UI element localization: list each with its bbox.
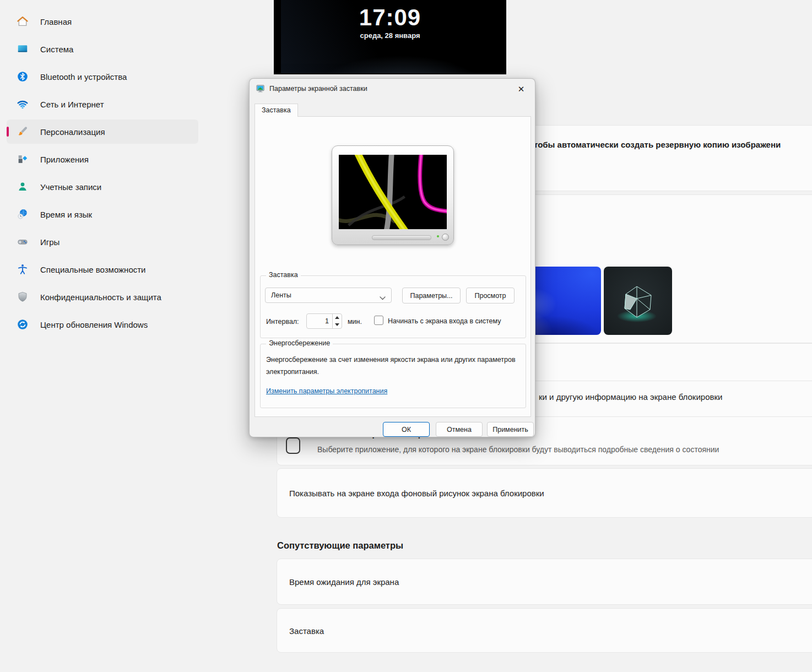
sidebar-item-accessibility[interactable]: Специальные возможности bbox=[7, 257, 198, 281]
login-background-row[interactable]: Показывать на экране входа фоновый рисун… bbox=[277, 468, 812, 518]
monitor-bezel-button bbox=[372, 235, 431, 240]
lock-screen-wallpaper: 17:09 среда, 28 января bbox=[281, 0, 499, 73]
network-icon bbox=[17, 98, 29, 110]
screensaver-group-legend: Заставка bbox=[266, 271, 301, 279]
active-indicator bbox=[7, 127, 9, 137]
cancel-button[interactable]: Отмена bbox=[436, 422, 483, 437]
sidebar-item-label: Персонализация bbox=[40, 127, 105, 137]
dialog-titlebar[interactable]: Параметры экранной заставки ✕ bbox=[250, 79, 535, 99]
sidebar-item-label: Специальные возможности bbox=[40, 265, 146, 274]
backup-banner-text: тобы автоматически создать резервную коп… bbox=[534, 140, 781, 149]
dialog-tab-page: Заставка Ленты Параметры... Просмотр Инт… bbox=[255, 116, 531, 417]
system-icon bbox=[17, 43, 29, 55]
screen-timeout-label: Время ожидания для экрана bbox=[289, 577, 399, 587]
screen-timeout-row[interactable]: Время ожидания для экрана bbox=[277, 559, 812, 605]
spinner-up-button[interactable] bbox=[333, 314, 342, 321]
close-icon[interactable]: ✕ bbox=[513, 82, 529, 96]
sidebar-item-apps[interactable]: Приложения bbox=[7, 147, 198, 171]
screensaver-groupbox: Заставка Ленты Параметры... Просмотр Инт… bbox=[260, 275, 526, 338]
login-background-label: Показывать на экране входа фоновый рисун… bbox=[289, 489, 544, 498]
sidebar-item-label: Система bbox=[40, 45, 73, 54]
spinner-down-button[interactable] bbox=[333, 321, 342, 328]
sidebar-item-network[interactable]: Сеть и Интернет bbox=[7, 92, 198, 116]
power-settings-link[interactable]: Изменить параметры электропитания bbox=[266, 387, 387, 395]
personalization-icon bbox=[17, 126, 29, 138]
triangle-up-icon bbox=[335, 316, 339, 319]
sidebar-item-label: Время и язык bbox=[40, 210, 92, 219]
logon-screen-checkbox-label: Начинать с экрана входа в систему bbox=[388, 317, 501, 325]
sidebar-item-time-language[interactable]: Время и язык bbox=[7, 202, 198, 226]
dialog-title: Параметры экранной заставки bbox=[269, 85, 367, 93]
sidebar-item-label: Учетные записи bbox=[40, 182, 101, 192]
energy-description: Энергосбережение за счет изменения яркос… bbox=[266, 354, 526, 378]
sidebar-item-gaming[interactable]: Игры bbox=[7, 230, 198, 254]
sidebar-item-label: Bluetooth и устройства bbox=[40, 72, 127, 82]
sidebar-item-accounts[interactable]: Учетные записи bbox=[7, 175, 198, 199]
lock-screen-preview: 17:09 среда, 28 января bbox=[274, 0, 506, 74]
logon-screen-checkbox[interactable] bbox=[374, 316, 383, 325]
apps-icon bbox=[17, 153, 29, 165]
energy-group-legend: Энергосбережение bbox=[266, 339, 333, 347]
gaming-icon bbox=[17, 236, 29, 248]
apply-button[interactable]: Применить bbox=[487, 422, 534, 437]
ribbons-preview bbox=[339, 155, 447, 229]
lock-status-app-icon bbox=[286, 437, 300, 454]
accessibility-icon bbox=[17, 263, 29, 275]
lock-status-row-description: Выберите приложение, для которого на экр… bbox=[317, 445, 719, 454]
lock-screen-time: 17:09 bbox=[281, 4, 499, 31]
home-icon bbox=[17, 15, 29, 28]
dialog-button-row: ОК Отмена Применить bbox=[250, 422, 535, 437]
interval-unit-label: мин. bbox=[348, 318, 362, 326]
sidebar-item-label: Конфиденциальность и защита bbox=[40, 292, 161, 302]
sidebar-item-bluetooth[interactable]: Bluetooth и устройства bbox=[7, 64, 198, 89]
tab-screensaver[interactable]: Заставка bbox=[255, 104, 298, 117]
lock-screen-date: среда, 28 января bbox=[281, 31, 499, 40]
screensaver-preview-button[interactable]: Просмотр bbox=[466, 288, 515, 304]
sidebar-item-home[interactable]: Главная bbox=[7, 9, 198, 34]
sidebar-item-label: Центр обновления Windows bbox=[40, 320, 148, 329]
interval-spinner[interactable]: 1 bbox=[306, 313, 342, 329]
sidebar-item-system[interactable]: Система bbox=[7, 37, 198, 61]
screensaver-settings-dialog: Параметры экранной заставки ✕ Заставка bbox=[249, 78, 535, 437]
chevron-down-icon bbox=[380, 294, 386, 302]
screensaver-label: Заставка bbox=[289, 626, 324, 635]
sidebar-item-privacy[interactable]: Конфиденциальность и защита bbox=[7, 285, 198, 309]
screensaver-row[interactable]: Заставка bbox=[277, 608, 812, 653]
ok-button[interactable]: ОК bbox=[383, 422, 430, 437]
privacy-icon bbox=[17, 291, 29, 303]
triangle-down-icon bbox=[335, 323, 339, 326]
screensaver-settings-button[interactable]: Параметры... bbox=[402, 288, 461, 304]
sidebar-item-label: Приложения bbox=[40, 155, 89, 164]
interval-label: Интервал: bbox=[266, 318, 299, 326]
sidebar-item-label: Сеть и Интернет bbox=[40, 100, 104, 109]
sidebar-item-label: Главная bbox=[40, 17, 72, 26]
interval-value[interactable]: 1 bbox=[307, 314, 332, 328]
sidebar-item-label: Игры bbox=[40, 237, 59, 247]
screensaver-select-value: Ленты bbox=[271, 291, 291, 299]
bluetooth-icon bbox=[17, 71, 29, 83]
sidebar-item-personalization[interactable]: Персонализация bbox=[7, 120, 198, 144]
monitor-power-knob bbox=[442, 234, 449, 241]
wallpaper-thumbnail-dark-polyhedron[interactable] bbox=[604, 267, 672, 335]
screensaver-select[interactable]: Ленты bbox=[265, 288, 392, 303]
windows-update-icon bbox=[17, 318, 29, 330]
lock-info-row-text: ки и другую информацию на экране блокиро… bbox=[539, 392, 722, 402]
monitor-power-led bbox=[437, 235, 439, 237]
related-settings-header: Сопутствующие параметры bbox=[277, 540, 403, 551]
time-language-icon bbox=[17, 208, 29, 220]
energy-groupbox: Энергосбережение Энергосбережение за сче… bbox=[260, 344, 526, 408]
display-icon bbox=[256, 84, 265, 93]
screensaver-monitor-preview bbox=[332, 145, 454, 245]
spinner-buttons bbox=[332, 314, 342, 328]
sidebar-item-windows-update[interactable]: Центр обновления Windows bbox=[7, 312, 198, 337]
settings-sidebar: Главная Система Bluetooth и устройства С… bbox=[0, 9, 248, 340]
accounts-icon bbox=[17, 181, 29, 193]
